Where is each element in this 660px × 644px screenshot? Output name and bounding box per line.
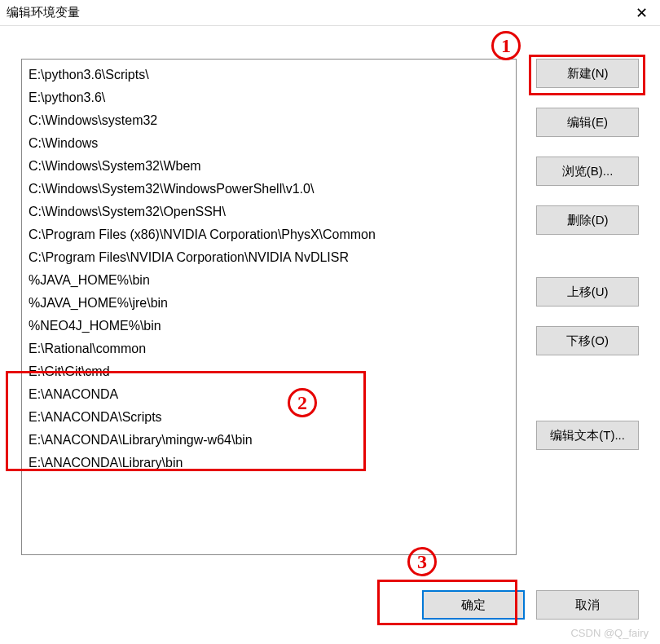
delete-button[interactable]: 删除(D) bbox=[536, 205, 639, 235]
browse-button[interactable]: 浏览(B)... bbox=[536, 157, 639, 186]
list-item[interactable]: %NEO4J_HOME%\bin bbox=[22, 315, 516, 337]
edit-button[interactable]: 编辑(E) bbox=[536, 108, 639, 137]
side-buttons: 新建(N) 编辑(E) 浏览(B)... 删除(D) 上移(U) 下移(O) 编… bbox=[536, 59, 639, 555]
list-inner: E:\python3.6\Scripts\ E:\python3.6\ C:\W… bbox=[22, 60, 516, 474]
list-item[interactable]: %JAVA_HOME%\jre\bin bbox=[22, 292, 516, 315]
annotation-circle-2: 2 bbox=[288, 388, 317, 417]
edit-text-button[interactable]: 编辑文本(T)... bbox=[536, 421, 639, 450]
cancel-button[interactable]: 取消 bbox=[536, 590, 639, 620]
move-down-button[interactable]: 下移(O) bbox=[536, 326, 639, 355]
move-up-button[interactable]: 上移(U) bbox=[536, 277, 639, 307]
annotation-circle-1: 1 bbox=[491, 31, 521, 60]
annotation-circle-3: 3 bbox=[407, 547, 437, 576]
window-title: 编辑环境变量 bbox=[7, 5, 80, 20]
list-item[interactable]: E:\python3.6\ bbox=[22, 86, 516, 109]
ok-button[interactable]: 确定 bbox=[422, 590, 525, 620]
list-item[interactable]: C:\Program Files\NVIDIA Corporation\NVID… bbox=[22, 246, 516, 269]
list-item[interactable]: C:\Windows\System32\OpenSSH\ bbox=[22, 201, 516, 223]
watermark: CSDN @Q_fairy bbox=[570, 627, 649, 639]
list-item[interactable]: C:\Windows\System32\WindowsPowerShell\v1… bbox=[22, 178, 516, 201]
list-item[interactable]: E:\ANACONDA bbox=[22, 383, 516, 406]
dialog-footer: 确定 取消 bbox=[422, 590, 639, 620]
list-item[interactable]: E:\ANACONDA\Library\mingw-w64\bin bbox=[22, 429, 516, 452]
close-icon[interactable]: ✕ bbox=[623, 0, 660, 26]
env-var-listbox[interactable]: E:\python3.6\Scripts\ E:\python3.6\ C:\W… bbox=[21, 59, 517, 555]
list-item[interactable]: E:\python3.6\Scripts\ bbox=[22, 64, 516, 86]
list-item[interactable]: C:\Windows bbox=[22, 132, 516, 155]
new-button[interactable]: 新建(N) bbox=[536, 59, 639, 88]
list-item[interactable]: E:\Rational\common bbox=[22, 337, 516, 360]
list-item[interactable]: C:\Windows\system32 bbox=[22, 109, 516, 132]
dialog-content: E:\python3.6\Scripts\ E:\python3.6\ C:\W… bbox=[0, 26, 660, 571]
titlebar: 编辑环境变量 ✕ bbox=[0, 0, 660, 26]
list-item[interactable]: C:\Windows\System32\Wbem bbox=[22, 155, 516, 178]
list-item[interactable]: E:\ANACONDA\Library\bin bbox=[22, 452, 516, 474]
list-item[interactable]: %JAVA_HOME%\bin bbox=[22, 269, 516, 292]
list-item[interactable]: E:\Git\Git\cmd bbox=[22, 360, 516, 383]
list-item[interactable]: C:\Program Files (x86)\NVIDIA Corporatio… bbox=[22, 223, 516, 246]
list-item[interactable]: E:\ANACONDA\Scripts bbox=[22, 406, 516, 429]
